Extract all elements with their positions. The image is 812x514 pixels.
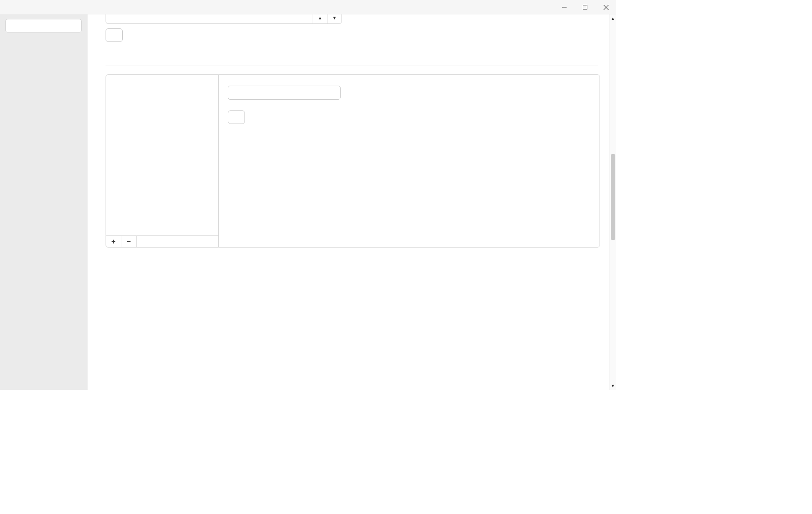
test-chain-button[interactable] [228, 110, 245, 124]
scroll-up-arrow-icon[interactable]: ▲ [611, 14, 615, 23]
section-divider [106, 65, 598, 65]
settings-main-panel: ▲ ▼ + − [88, 14, 616, 390]
window-maximize-button[interactable] [575, 0, 595, 14]
window-titlebar [0, 0, 616, 14]
window-minimize-button[interactable] [554, 0, 575, 14]
chain-detail-panel [219, 75, 600, 247]
reset-priority-button[interactable] [106, 28, 123, 42]
chain-list: + − [106, 75, 219, 247]
priority-list: ▲ ▼ [106, 14, 342, 24]
vertical-scrollbar[interactable]: ▲ ▼ [609, 14, 616, 390]
command-chain-editor: + − [106, 74, 600, 248]
svg-rect-1 [583, 5, 587, 9]
scrollbar-thumb[interactable] [611, 154, 615, 240]
chain-add-button[interactable]: + [106, 236, 121, 247]
window-close-button[interactable] [595, 0, 616, 14]
scroll-down-arrow-icon[interactable]: ▼ [611, 382, 615, 390]
chain-name-input[interactable] [228, 86, 341, 100]
chain-remove-button[interactable]: − [121, 236, 137, 247]
settings-sidebar [0, 14, 88, 390]
priority-move-down-button[interactable]: ▼ [327, 14, 341, 23]
priority-move-up-button[interactable]: ▲ [313, 14, 327, 23]
sidebar-search-input[interactable] [5, 19, 82, 32]
